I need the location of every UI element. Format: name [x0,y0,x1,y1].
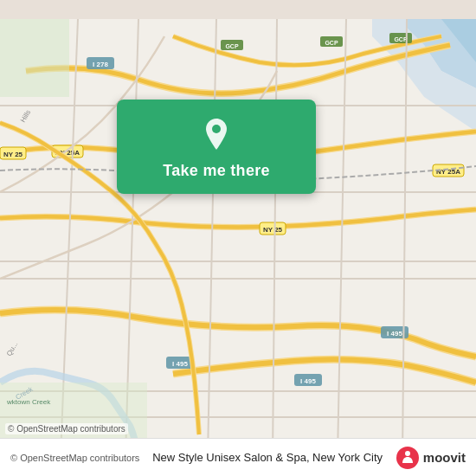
svg-text:I 278: I 278 [93,61,108,68]
svg-text:I 495: I 495 [387,330,402,338]
attribution-text: © OpenStreetMap contributors [10,453,139,463]
svg-text:I 495: I 495 [300,377,316,385]
moovit-icon [396,446,420,470]
svg-text:NY 25: NY 25 [263,226,283,234]
svg-rect-36 [0,19,69,97]
svg-text:wktown Creek: wktown Creek [6,398,51,406]
location-name: New Style Unisex Salon & Spa, New York C… [139,451,395,464]
moovit-logo: moovit [396,446,466,470]
map-background: I 278 GCP GCP GCP NY 25A NY 25 NY 25 [0,0,476,476]
map-copyright: © OpenStreetMap contributors [5,423,128,434]
svg-text:NY 25: NY 25 [3,151,23,158]
svg-text:I 495: I 495 [172,360,188,368]
location-pin-icon [197,115,235,153]
take-me-there-label: Take me there [163,162,270,180]
svg-text:GCP: GCP [394,36,408,42]
svg-text:GCP: GCP [225,43,239,49]
bottom-bar: © OpenStreetMap contributors New Style U… [0,438,476,476]
take-me-there-button[interactable]: Take me there [117,100,316,194]
moovit-text: moovit [423,450,466,465]
svg-text:GCP: GCP [325,40,338,46]
svg-point-41 [212,125,221,133]
map-container: I 278 GCP GCP GCP NY 25A NY 25 NY 25 [0,0,476,476]
svg-point-43 [405,451,410,456]
